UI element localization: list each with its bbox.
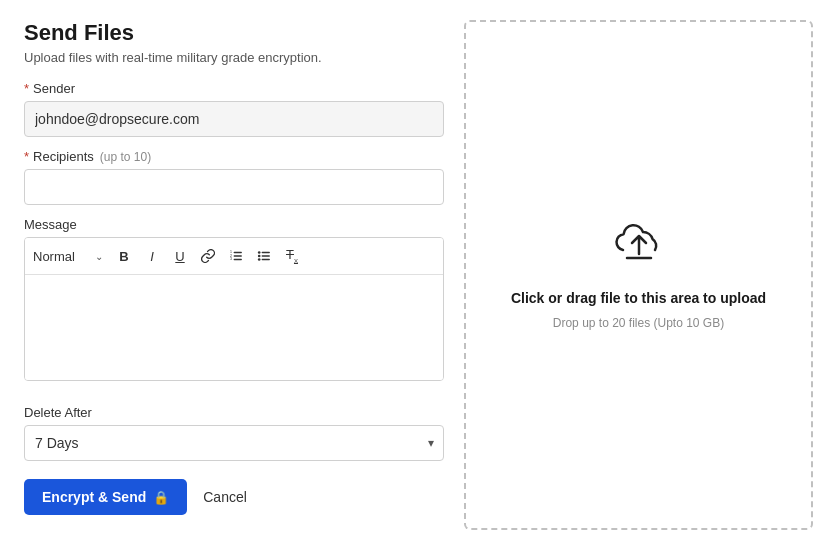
sender-field-group: * Sender [24, 81, 444, 137]
recipients-input[interactable] [24, 169, 444, 205]
svg-point-10 [258, 255, 261, 258]
underline-button[interactable]: U [167, 243, 193, 269]
message-field-group: Message Normal Heading 1 Heading 2 ⌄ B I… [24, 217, 444, 381]
link-button[interactable] [195, 243, 221, 269]
upload-area[interactable]: Click or drag file to this area to uploa… [464, 20, 813, 530]
unordered-list-icon [257, 249, 271, 263]
svg-point-9 [258, 251, 261, 254]
sender-input[interactable] [24, 101, 444, 137]
link-icon [201, 249, 215, 263]
bold-button[interactable]: B [111, 243, 137, 269]
editor-toolbar: Normal Heading 1 Heading 2 ⌄ B I U [25, 238, 443, 275]
encrypt-send-label: Encrypt & Send [42, 489, 146, 505]
clear-format-button[interactable]: Tx [279, 243, 305, 269]
recipients-hint-text: (up to 10) [100, 150, 151, 164]
encrypt-send-button[interactable]: Encrypt & Send 🔒 [24, 479, 187, 515]
unordered-list-button[interactable] [251, 243, 277, 269]
page-subtitle: Upload files with real-time military gra… [24, 50, 444, 65]
lock-icon: 🔒 [153, 490, 169, 505]
upload-cloud-icon [613, 220, 665, 272]
sender-label: * Sender [24, 81, 444, 96]
upload-icon-wrap [613, 220, 665, 276]
format-select-chevron: ⌄ [95, 251, 103, 262]
delete-after-select-wrapper: 1 Day 3 Days 7 Days 14 Days 30 Days Neve… [24, 425, 444, 461]
delete-after-label: Delete After [24, 405, 444, 420]
delete-after-group: Delete After 1 Day 3 Days 7 Days 14 Days… [24, 405, 444, 461]
message-editor-container: Normal Heading 1 Heading 2 ⌄ B I U [24, 237, 444, 381]
bottom-actions: Encrypt & Send 🔒 Cancel [24, 479, 444, 515]
sender-required-marker: * [24, 81, 29, 96]
recipients-label: * Recipients (up to 10) [24, 149, 444, 164]
message-editor-body[interactable] [25, 275, 443, 380]
message-label: Message [24, 217, 444, 232]
sender-label-text: Sender [33, 81, 75, 96]
recipients-field-group: * Recipients (up to 10) [24, 149, 444, 205]
recipients-label-text: Recipients [33, 149, 94, 164]
ordered-list-icon: 1 2 3 [229, 249, 243, 263]
format-select[interactable]: Normal Heading 1 Heading 2 [33, 249, 93, 264]
cancel-button[interactable]: Cancel [203, 489, 247, 505]
clear-format-label: Tx [286, 247, 298, 265]
delete-after-select[interactable]: 1 Day 3 Days 7 Days 14 Days 30 Days Neve… [24, 425, 444, 461]
page-title: Send Files [24, 20, 444, 46]
ordered-list-button[interactable]: 1 2 3 [223, 243, 249, 269]
svg-text:3: 3 [230, 257, 232, 261]
upload-main-text: Click or drag file to this area to uploa… [511, 290, 766, 306]
upload-sub-text: Drop up to 20 files (Upto 10 GB) [553, 316, 724, 330]
left-panel: Send Files Upload files with real-time m… [24, 20, 444, 530]
recipients-required-marker: * [24, 149, 29, 164]
format-select-wrapper[interactable]: Normal Heading 1 Heading 2 ⌄ [33, 249, 103, 264]
svg-point-11 [258, 258, 261, 261]
italic-button[interactable]: I [139, 243, 165, 269]
